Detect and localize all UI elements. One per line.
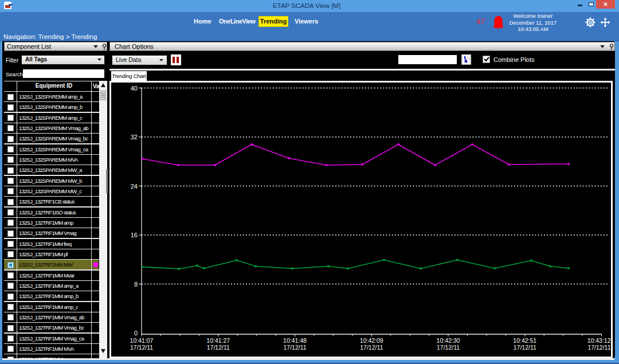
svg-text:17/12/11: 17/12/11 <box>130 344 153 351</box>
svg-text:32: 32 <box>131 134 138 140</box>
svg-text:10:42:30: 10:42:30 <box>437 337 460 344</box>
svg-text:10:41:07: 10:41:07 <box>130 337 154 344</box>
svg-text:16: 16 <box>131 232 138 238</box>
svg-text:10:42:51: 10:42:51 <box>513 337 536 344</box>
svg-text:40: 40 <box>131 85 138 92</box>
svg-text:17/12/11: 17/12/11 <box>587 344 610 351</box>
svg-text:17/12/11: 17/12/11 <box>437 344 460 351</box>
svg-text:17/12/11: 17/12/11 <box>283 344 306 351</box>
svg-text:17/12/11: 17/12/11 <box>360 344 383 351</box>
svg-text:17/12/11: 17/12/11 <box>514 344 536 351</box>
svg-text:8: 8 <box>134 281 138 288</box>
svg-text:10:42:09: 10:42:09 <box>360 337 383 344</box>
svg-text:17/12/11: 17/12/11 <box>207 344 230 351</box>
svg-text:0: 0 <box>134 330 138 336</box>
svg-text:10:41:48: 10:41:48 <box>283 337 307 344</box>
svg-text:24: 24 <box>131 183 138 190</box>
svg-text:10:43:12: 10:43:12 <box>587 337 611 344</box>
svg-text:10:41:27: 10:41:27 <box>206 337 230 344</box>
